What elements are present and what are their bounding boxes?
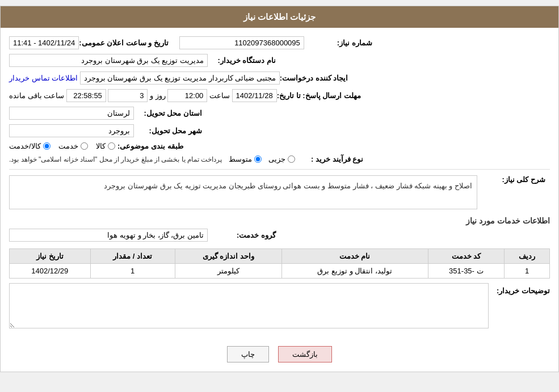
process-motavasset: متوسط — [229, 155, 262, 163]
back-button[interactable]: بازگشت — [278, 346, 332, 363]
service-group-label: گروه خدمت: — [208, 231, 276, 239]
col-code: کد خدمت — [428, 249, 505, 264]
cell-date: 1402/12/29 — [10, 264, 91, 279]
deadline-remaining: 22:58:55 — [66, 89, 106, 102]
category-radio-group: کالا خدمت کالا/خدمت — [9, 142, 115, 150]
purchase-type-label: نوع فرآیند خرید : — [295, 155, 363, 163]
cell-unit: کیلومتر — [175, 264, 281, 279]
category-kala-khedmat: کالا/خدمت — [9, 142, 51, 150]
divider-1 — [9, 169, 550, 170]
category-kala-khedmat-radio[interactable] — [43, 142, 51, 150]
cell-name: تولید، انتقال و توزیع برق — [281, 264, 428, 279]
announce-value: 1402/11/24 - 11:41 — [9, 36, 79, 49]
deadline-days: 3 — [108, 89, 148, 102]
creator-link[interactable]: اطلاعات تماس خریدار — [9, 74, 78, 82]
cell-row: 1 — [505, 264, 550, 279]
city-value: بروجرد — [9, 124, 134, 137]
category-kala-radio[interactable] — [108, 142, 115, 150]
creator-label: ایجاد کننده درخواست: — [280, 74, 348, 82]
col-date: تاریخ نیاز — [10, 249, 91, 264]
announce-label: تاریخ و ساعت اعلان عمومی: — [79, 39, 169, 47]
purchase-note: پرداخت تمام یا بخشی از مبلغ خریدار از مح… — [9, 155, 222, 163]
deadline-days-label: روز و — [150, 91, 166, 100]
service-group-row: گروه خدمت: تامین برق، گاز، بخار و تهویه … — [9, 229, 550, 242]
deadline-time-label: ساعت — [209, 91, 230, 100]
process-row: جزیی متوسط پرداخت تمام یا بخشی از مبلغ خ… — [9, 155, 295, 163]
province-row: استان محل تحویل: لرستان — [9, 107, 550, 120]
table-row: 1ت -35-351تولید، انتقال و توزیع برقکیلوم… — [10, 264, 550, 279]
category-row: طبقه بندی موضوعی: کالا خدمت کالا/خدمت — [9, 142, 550, 150]
page-title: جزئیات اطلاعات نیاز — [243, 12, 316, 22]
content-area: شماره نیاز: 1102097368000095 تاریخ و ساع… — [1, 28, 558, 337]
service-group-value: تامین برق، گاز، بخار و تهویه هوا — [9, 229, 208, 242]
deadline-remaining-label: ساعت باقی مانده — [9, 91, 64, 100]
need-desc-label: شرح کلی نیاز: — [477, 175, 545, 184]
province-value: لرستان — [9, 107, 134, 120]
page-header: جزئیات اطلاعات نیاز — [1, 6, 558, 28]
services-table-section: ردیف کد خدمت نام خدمت واحد اندازه گیری ت… — [9, 248, 550, 279]
service-info-header: اطلاعات خدمات مورد نیاز — [9, 216, 550, 225]
table-header-row: ردیف کد خدمت نام خدمت واحد اندازه گیری ت… — [10, 249, 550, 264]
process-motavasset-radio[interactable] — [254, 155, 262, 163]
need-desc-value: اصلاح و بهینه شبکه فشار ضعیف ، فشار متوس… — [9, 175, 477, 209]
category-label: طبقه بندی موضوعی: — [115, 142, 183, 150]
buyer-desc-section: توضیحات خریدار: — [9, 283, 550, 328]
need-number-value: 1102097368000095 — [179, 36, 304, 49]
need-number-label: شماره نیاز: — [304, 39, 372, 47]
city-label: شهر محل تحویل: — [134, 127, 202, 135]
purchase-type-row: نوع فرآیند خرید : جزیی متوسط پرداخت تمام… — [9, 155, 550, 163]
process-jozei: جزیی — [268, 155, 295, 163]
print-button[interactable]: چاپ — [227, 346, 269, 363]
deadline-label: مهلت ارسال پاسخ: تا تاریخ: — [277, 91, 361, 100]
need-desc-row: شرح کلی نیاز: اصلاح و بهینه شبکه فشار ضع… — [9, 175, 550, 209]
cell-code: ت -35-351 — [428, 264, 505, 279]
col-unit: واحد اندازه گیری — [175, 249, 281, 264]
deadline-date: 1402/11/28 — [232, 89, 277, 102]
page-container: جزئیات اطلاعات نیاز شماره نیاز: 11020973… — [0, 6, 559, 372]
cell-quantity: 1 — [90, 264, 175, 279]
process-motavasset-label: متوسط — [229, 155, 252, 163]
creator-row: ایجاد کننده درخواست: مجتبی ضیائی کاربردا… — [9, 71, 550, 85]
org-name-value: مدیریت توزیع یک برق شهرستان بروجرد — [9, 54, 208, 67]
org-name-row: نام دستگاه خریدار: مدیریت توزیع یک برق ش… — [9, 54, 550, 67]
city-row: شهر محل تحویل: بروجرد — [9, 124, 550, 137]
province-label: استان محل تحویل: — [134, 109, 202, 117]
category-khedmat: خدمت — [58, 142, 88, 150]
category-kala-khedmat-label: کالا/خدمت — [9, 142, 41, 150]
col-row: ردیف — [505, 249, 550, 264]
need-number-row: شماره نیاز: 1102097368000095 تاریخ و ساع… — [9, 36, 550, 49]
buyer-desc-textarea[interactable] — [9, 283, 489, 328]
process-jozei-label: جزیی — [268, 155, 285, 163]
col-qty: تعداد / مقدار — [90, 249, 175, 264]
process-jozei-radio[interactable] — [288, 155, 295, 163]
deadline-time: 12:00 — [167, 89, 207, 102]
category-khedmat-radio[interactable] — [81, 142, 88, 150]
col-name: نام خدمت — [281, 249, 428, 264]
category-kala: کالا — [96, 142, 115, 150]
buyer-desc-label: توضیحات خریدار: — [493, 286, 550, 295]
creator-value: مجتبی ضیائی کاربردار مدیریت توزیع یک برق… — [80, 71, 280, 85]
services-table: ردیف کد خدمت نام خدمت واحد اندازه گیری ت… — [9, 248, 550, 279]
category-khedmat-label: خدمت — [58, 142, 78, 150]
org-name-label: نام دستگاه خریدار: — [208, 56, 276, 65]
footer-buttons: بازگشت چاپ — [1, 337, 558, 372]
category-kala-label: کالا — [96, 142, 106, 150]
deadline-row: مهلت ارسال پاسخ: تا تاریخ: 1402/11/28 سا… — [9, 89, 550, 102]
